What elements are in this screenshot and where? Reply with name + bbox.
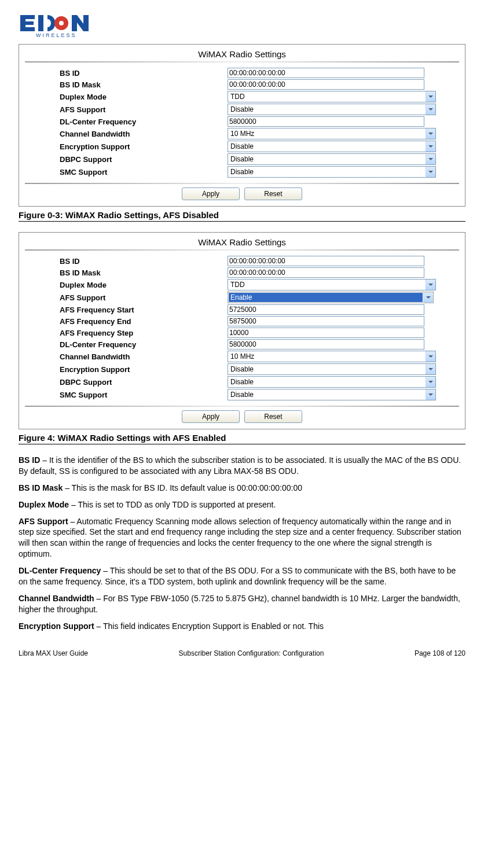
field-label: BS ID Mask [60, 80, 228, 89]
select-dropdown[interactable]: Disable [228, 376, 436, 388]
field-label: DBPC Support [60, 378, 228, 387]
select-dropdown[interactable]: Disable [228, 141, 436, 152]
select-dropdown[interactable]: Disable [228, 166, 436, 178]
chevron-down-icon[interactable] [426, 141, 435, 152]
field-container: Disable [228, 141, 459, 152]
svg-rect-0 [38, 15, 43, 31]
field-label: AFS Support [60, 105, 228, 114]
select-value: 10 MHz [228, 351, 426, 362]
text-input[interactable] [228, 328, 424, 338]
form-row: AFS Frequency Start [60, 304, 459, 315]
apply-button[interactable]: Apply [182, 410, 240, 423]
field-container [228, 304, 459, 315]
form-row: DL-Center Frequency [60, 116, 459, 127]
panel-afs-enabled: WiMAX Radio Settings BS IDBS ID MaskDupl… [19, 232, 465, 429]
desc-channel-bw: Channel Bandwidth – For BS Type FBW-1050… [19, 593, 465, 615]
select-value: Disable [228, 377, 426, 387]
text-input[interactable] [228, 304, 424, 315]
select-value: 10 MHz [228, 128, 426, 139]
field-label: DL-Center Frequency [60, 117, 228, 126]
field-label: Channel Bandwidth [60, 352, 228, 361]
form-row: AFS SupportEnable [60, 291, 459, 304]
chevron-down-icon[interactable] [426, 364, 435, 374]
reset-button[interactable]: Reset [244, 187, 302, 200]
form-row: AFS SupportDisable [60, 103, 459, 116]
field-label: Channel Bandwidth [60, 130, 228, 138]
select-value: Disable [228, 364, 426, 374]
chevron-down-icon[interactable] [423, 292, 433, 303]
select-value: TDD [228, 279, 426, 290]
text-input[interactable] [228, 68, 424, 78]
chevron-down-icon[interactable] [426, 351, 435, 362]
field-label: BS ID [60, 69, 228, 78]
panel-title: WiMAX Radio Settings [25, 235, 459, 248]
select-dropdown[interactable]: 10 MHz [228, 351, 436, 362]
field-container [228, 339, 459, 350]
text-input[interactable] [228, 339, 424, 350]
field-label: Encryption Support [60, 142, 228, 151]
form-row: Duplex ModeTDD [60, 90, 459, 103]
form-row: BS ID Mask [60, 79, 459, 90]
text-input[interactable] [228, 79, 424, 90]
field-label: Duplex Mode [60, 281, 228, 289]
chevron-down-icon[interactable] [426, 104, 435, 115]
field-label: AFS Frequency Step [60, 329, 228, 337]
field-container: 10 MHz [228, 128, 459, 139]
chevron-down-icon[interactable] [426, 128, 435, 139]
field-container: Enable [228, 292, 459, 303]
desc-encryption: Encryption Support – This field indicate… [19, 621, 465, 632]
chevron-down-icon[interactable] [426, 377, 435, 387]
divider [25, 249, 459, 251]
field-container [228, 68, 459, 78]
form-row: DBPC SupportDisable [60, 153, 459, 165]
select-dropdown[interactable]: Disable [228, 363, 436, 375]
form-row: Encryption SupportDisable [60, 363, 459, 376]
form-row: BS ID Mask [60, 267, 459, 278]
field-label: BS ID Mask [60, 269, 228, 277]
desc-afs-support: AFS Support – Automatic Frequency Scanni… [19, 516, 465, 560]
select-dropdown[interactable]: TDD [228, 91, 436, 102]
select-dropdown[interactable]: TDD [228, 279, 436, 290]
chevron-down-icon[interactable] [426, 167, 435, 177]
select-dropdown[interactable]: 10 MHz [228, 128, 436, 139]
panel-afs-disabled: WiMAX Radio Settings BS IDBS ID MaskDupl… [19, 44, 465, 207]
apply-button[interactable]: Apply [182, 187, 240, 200]
field-label: DBPC Support [60, 155, 228, 164]
text-input[interactable] [228, 116, 424, 127]
form-row: Encryption SupportDisable [60, 140, 459, 153]
text-input[interactable] [228, 267, 424, 278]
figure-caption: Figure 4: WiMAX Radio Settings with AFS … [19, 433, 465, 444]
chevron-down-icon[interactable] [426, 389, 435, 400]
select-dropdown[interactable]: Enable [228, 292, 434, 303]
select-dropdown[interactable]: Disable [228, 104, 436, 115]
logo-subtext: WIRELESS [36, 32, 77, 38]
form-row: BS ID [60, 67, 459, 79]
desc-bs-id: BS ID – It is the identifier of the BS t… [19, 455, 465, 477]
form-row: Channel Bandwidth10 MHz [60, 127, 459, 140]
select-value: Disable [228, 104, 426, 115]
text-input[interactable] [228, 256, 424, 266]
field-label: SMC Support [60, 391, 228, 399]
text-input[interactable] [228, 316, 424, 326]
form-row: BS ID [60, 255, 459, 267]
field-container: Disable [228, 363, 459, 375]
footer-left: Libra MAX User Guide [19, 649, 88, 657]
reset-button[interactable]: Reset [244, 410, 302, 423]
chevron-down-icon[interactable] [426, 91, 435, 102]
select-value: Disable [228, 167, 426, 177]
chevron-down-icon[interactable] [426, 279, 435, 290]
form-row: SMC SupportDisable [60, 165, 459, 178]
field-container: Disable [228, 166, 459, 178]
select-dropdown[interactable]: Disable [228, 389, 436, 400]
select-dropdown[interactable]: Disable [228, 153, 436, 165]
field-label: Duplex Mode [60, 93, 228, 101]
field-container [228, 79, 459, 90]
select-value: TDD [228, 91, 426, 102]
field-label: AFS Support [60, 293, 228, 302]
form-row: AFS Frequency End [60, 315, 459, 327]
chevron-down-icon[interactable] [426, 154, 435, 164]
select-value: Enable [229, 293, 423, 302]
field-container: Disable [228, 104, 459, 115]
field-container: Disable [228, 376, 459, 388]
field-container [228, 267, 459, 278]
